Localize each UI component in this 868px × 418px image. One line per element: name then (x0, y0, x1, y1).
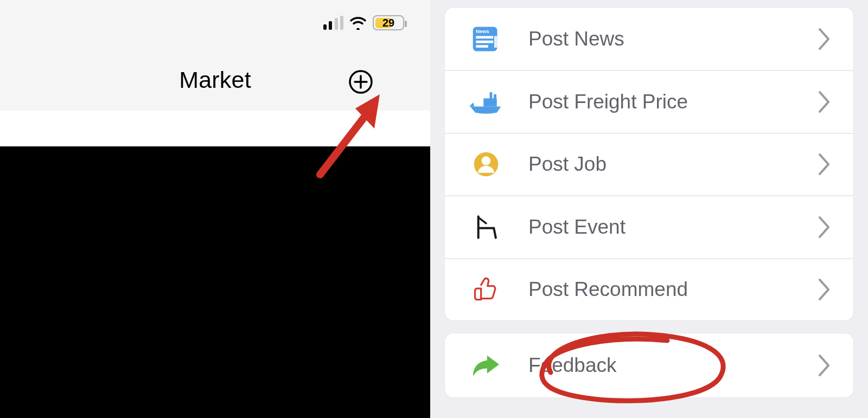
chevron-right-icon (816, 90, 832, 114)
post-menu-group-2: Feedback (445, 333, 853, 397)
svg-rect-12 (490, 92, 493, 99)
post-menu-group-1: News Post News (445, 8, 853, 320)
battery-percent: 29 (374, 17, 403, 29)
menu-item-post-recommend[interactable]: Post Recommend (445, 258, 853, 320)
svg-text:News: News (476, 28, 489, 34)
person-icon (468, 146, 505, 183)
share-arrow-icon (468, 347, 505, 384)
chevron-right-icon (816, 152, 832, 176)
svg-rect-13 (494, 94, 496, 99)
chevron-right-icon (816, 278, 832, 301)
menu-item-post-freight-price[interactable]: Post Freight Price (445, 70, 853, 132)
news-icon: News (468, 21, 505, 57)
cellular-signal-icon (323, 16, 344, 30)
svg-rect-8 (476, 40, 493, 43)
menu-item-label: Post News (528, 28, 816, 50)
post-menu-panel: News Post News (430, 0, 868, 418)
left-content-strip (0, 111, 430, 146)
menu-item-post-news[interactable]: News Post News (445, 8, 853, 70)
menu-item-label: Post Recommend (528, 278, 816, 301)
left-screenshot-panel: 29 Market (0, 0, 430, 146)
menu-item-feedback[interactable]: Feedback (445, 333, 853, 397)
menu-item-label: Post Freight Price (528, 91, 816, 113)
chevron-right-icon (816, 27, 832, 51)
svg-point-15 (482, 157, 491, 166)
menu-item-post-job[interactable]: Post Job (445, 133, 853, 195)
wifi-icon (349, 16, 367, 30)
ship-icon (468, 83, 505, 120)
menu-item-label: Feedback (528, 354, 816, 377)
svg-rect-11 (483, 98, 497, 106)
svg-rect-10 (494, 36, 497, 47)
thumbs-up-icon (468, 271, 505, 308)
menu-item-label: Post Job (528, 153, 816, 176)
chair-icon (468, 209, 505, 246)
menu-item-post-event[interactable]: Post Event (445, 195, 853, 258)
chevron-right-icon (816, 215, 832, 239)
add-button[interactable] (348, 69, 373, 94)
status-bar: 29 (323, 12, 405, 34)
menu-item-label: Post Event (528, 216, 816, 239)
svg-rect-7 (476, 36, 493, 38)
chevron-right-icon (816, 353, 832, 377)
battery-indicator: 29 (373, 15, 404, 30)
svg-rect-9 (476, 45, 488, 48)
plus-circle-icon (348, 69, 373, 94)
